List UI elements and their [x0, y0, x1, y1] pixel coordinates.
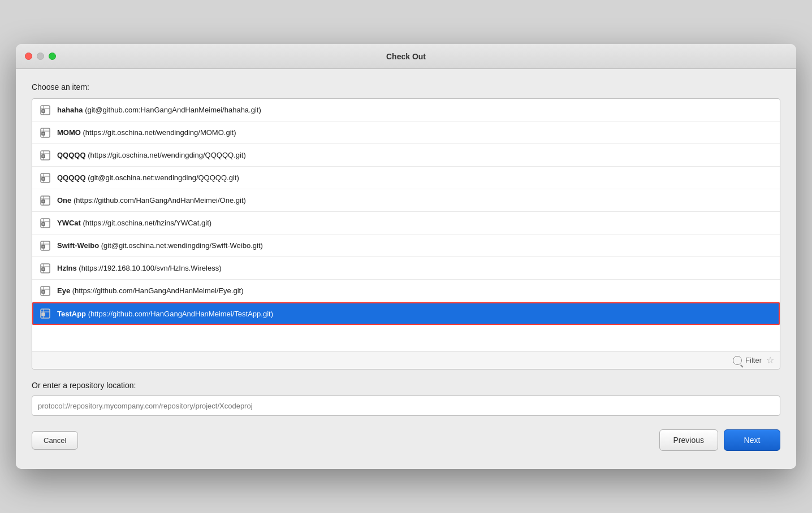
repo-location-label: Or enter a repository location:: [32, 381, 780, 390]
svg-rect-19: [42, 200, 45, 203]
list-item[interactable]: One (https://github.com/HanGangAndHanMei…: [32, 189, 780, 212]
item-text: HzIns (https://192.168.10.100/svn/HzIns.…: [57, 264, 221, 272]
filter-icon: [733, 356, 742, 365]
filter-input-wrap: Filter: [733, 356, 762, 365]
repo-icon: [39, 194, 51, 207]
list-item[interactable]: MOMO (https://git.oschina.net/wendingdin…: [32, 121, 780, 144]
list-item[interactable]: QQQQQ (https://git.oschina.net/wendingdi…: [32, 144, 780, 167]
svg-rect-39: [42, 313, 45, 316]
maximize-button[interactable]: [49, 53, 56, 60]
list-item[interactable]: YWCat (https://git.oschina.net/hzins/YWC…: [32, 212, 780, 234]
traffic-lights: [25, 53, 56, 60]
item-text: QQQQQ (git@git.oschina.net:wendingding/Q…: [57, 173, 239, 182]
filter-label: Filter: [745, 356, 762, 364]
item-text: QQQQQ (https://git.oschina.net/wendingdi…: [57, 151, 246, 159]
item-text: YWCat (https://git.oschina.net/hzins/YWC…: [57, 219, 211, 227]
repo-icon: [39, 172, 51, 184]
svg-rect-31: [42, 268, 45, 271]
svg-rect-7: [42, 132, 45, 135]
list-item[interactable]: HzIns (https://192.168.10.100/svn/HzIns.…: [32, 257, 780, 280]
list-item[interactable]: hahaha (git@github.com:HanGangAndHanMeim…: [32, 99, 780, 121]
svg-rect-11: [42, 155, 45, 158]
repo-icon: [39, 307, 51, 320]
cancel-button[interactable]: Cancel: [32, 431, 78, 450]
previous-button[interactable]: Previous: [659, 429, 718, 451]
svg-rect-23: [42, 223, 45, 225]
list-item[interactable]: Eye (https://github.com/HanGangAndHanMei…: [32, 280, 780, 302]
titlebar: Check Out: [16, 44, 796, 69]
footer: Cancel Previous Next: [32, 429, 780, 455]
repo-icon: [39, 149, 51, 162]
repo-location-input[interactable]: [32, 395, 780, 416]
repo-icon: [39, 104, 51, 116]
item-text: hahaha (git@github.com:HanGangAndHanMeim…: [57, 106, 261, 114]
next-button[interactable]: Next: [724, 429, 780, 451]
svg-rect-15: [42, 177, 45, 180]
repo-icon: [39, 127, 51, 139]
navigation-buttons: Previous Next: [659, 429, 780, 451]
checkout-window: Check Out Choose an item: hahaha (git@gi…: [16, 44, 796, 469]
repository-list-scroll[interactable]: hahaha (git@github.com:HanGangAndHanMeim…: [32, 99, 780, 351]
repository-list-container: hahaha (git@github.com:HanGangAndHanMeim…: [32, 98, 780, 369]
list-item[interactable]: Swift-Weibo (git@git.oschina.net:wending…: [32, 234, 780, 257]
content-area: Choose an item: hahaha (git@github.com:H…: [16, 69, 796, 469]
svg-rect-27: [42, 245, 45, 248]
list-item[interactable]: TestApp (https://github.com/HanGangAndHa…: [32, 302, 780, 325]
close-button[interactable]: [25, 53, 32, 60]
repo-icon: [39, 262, 51, 275]
item-text: TestApp (https://github.com/HanGangAndHa…: [57, 310, 273, 318]
repo-icon: [39, 285, 51, 297]
star-icon[interactable]: ☆: [766, 355, 774, 366]
item-text: Eye (https://github.com/HanGangAndHanMei…: [57, 286, 244, 295]
minimize-button[interactable]: [37, 53, 44, 60]
item-text: Swift-Weibo (git@git.oschina.net:wending…: [57, 241, 263, 250]
item-text: MOMO (https://git.oschina.net/wendingdin…: [57, 128, 236, 137]
repo-icon: [39, 217, 51, 229]
choose-label: Choose an item:: [32, 82, 780, 92]
svg-rect-35: [42, 290, 45, 293]
window-title: Check Out: [386, 52, 426, 61]
item-text: One (https://github.com/HanGangAndHanMei…: [57, 196, 246, 205]
filter-bar: Filter ☆: [32, 351, 780, 369]
repo-icon: [39, 240, 51, 252]
list-item[interactable]: QQQQQ (git@git.oschina.net:wendingding/Q…: [32, 167, 780, 189]
svg-rect-3: [42, 110, 45, 112]
